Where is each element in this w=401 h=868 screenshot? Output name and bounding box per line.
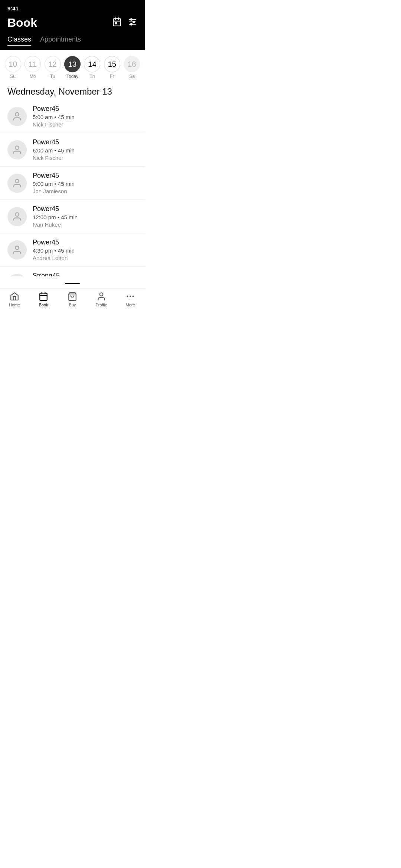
class-name: Power45 <box>33 205 78 213</box>
cal-day-11[interactable]: 11Mo <box>23 56 42 79</box>
nav-profile-label: Profile <box>95 303 107 307</box>
buy-icon <box>68 292 77 301</box>
date-heading: Wednesday, November 13 <box>0 82 145 100</box>
class-name: Power45 <box>33 239 75 246</box>
status-bar: 9:41 <box>0 0 145 13</box>
cal-day-14[interactable]: 14Th <box>83 56 101 79</box>
class-instructor: Nick Fischer <box>33 155 75 161</box>
calendar-strip: 10Su11Mo12Tu13Today14Th15Fr16Sa <box>0 50 145 82</box>
status-time: 9:41 <box>7 5 19 11</box>
header: Book <box>0 13 145 36</box>
cal-day-label: Mo <box>30 74 36 79</box>
svg-point-9 <box>133 21 134 22</box>
class-time: 9:00 am • 45 min <box>33 181 75 187</box>
svg-point-12 <box>15 146 19 149</box>
filter-icon[interactable] <box>128 17 137 29</box>
class-instructor: Ivan Hukee <box>33 221 78 228</box>
class-info: Power454:30 pm • 45 minAndrea Lotton <box>33 239 75 261</box>
cal-day-16[interactable]: 16Sa <box>123 56 141 79</box>
nav-home-label: Home <box>9 303 20 307</box>
svg-point-25 <box>130 296 131 297</box>
cal-day-number: 14 <box>84 56 100 72</box>
svg-point-8 <box>131 19 132 20</box>
class-info: Power459:00 am • 45 minJon Jamieson <box>33 172 75 194</box>
class-name: Power45 <box>33 138 75 146</box>
header-icons <box>112 17 137 29</box>
cal-day-label: Sa <box>129 74 135 79</box>
class-list-item[interactable]: Power4512:00 pm • 45 minIvan Hukee <box>0 200 145 233</box>
cal-day-label: Today <box>66 74 78 79</box>
class-info: Power456:00 am • 45 minNick Fischer <box>33 138 75 161</box>
class-list-item[interactable]: Power456:00 am • 45 minNick Fischer <box>0 133 145 167</box>
nav-home[interactable]: Home <box>0 292 29 307</box>
cal-day-number: 16 <box>124 56 140 72</box>
active-tab-indicator <box>65 283 80 284</box>
class-time: 12:00 pm • 45 min <box>33 214 78 220</box>
cal-day-label: Fr <box>110 74 114 79</box>
class-instructor: Jon Jamieson <box>33 188 75 194</box>
class-time: 6:00 am • 45 min <box>33 147 75 154</box>
instructor-avatar <box>7 240 27 260</box>
svg-point-26 <box>132 296 134 297</box>
cal-day-13[interactable]: 13Today <box>63 56 81 79</box>
nav-buy[interactable]: Buy <box>58 292 87 307</box>
more-icon <box>125 292 135 301</box>
svg-point-10 <box>131 23 132 25</box>
svg-point-11 <box>15 112 19 116</box>
svg-point-15 <box>15 246 19 249</box>
class-name: Power45 <box>33 172 75 180</box>
tab-appointments[interactable]: Appointments <box>40 36 81 46</box>
home-icon <box>10 292 19 301</box>
profile-icon <box>97 292 106 301</box>
svg-rect-4 <box>115 23 117 24</box>
class-list-item[interactable]: Power459:00 am • 45 minJon Jamieson <box>0 167 145 200</box>
cal-day-12[interactable]: 12Tu <box>43 56 62 79</box>
class-time: 5:00 am • 45 min <box>33 114 75 120</box>
cal-day-label: Tu <box>50 74 55 79</box>
tab-classes[interactable]: Classes <box>7 36 31 46</box>
nav-book-label: Book <box>39 303 48 307</box>
tab-navigation: Classes Appointments <box>0 36 145 50</box>
instructor-avatar <box>7 174 27 193</box>
calendar-icon[interactable] <box>112 17 122 29</box>
svg-rect-18 <box>40 293 47 300</box>
instructor-avatar <box>7 274 27 277</box>
svg-point-24 <box>127 296 128 297</box>
class-info: Strong455:00 am • 45 minAmanda Hopper <box>33 272 75 276</box>
nav-book[interactable]: Book <box>29 292 58 307</box>
class-time: 4:30 pm • 45 min <box>33 247 75 254</box>
nav-profile[interactable]: Profile <box>87 292 116 307</box>
cal-day-10[interactable]: 10Su <box>4 56 22 79</box>
svg-point-14 <box>15 213 19 216</box>
cal-day-label: Su <box>10 74 16 79</box>
nav-buy-label: Buy <box>69 303 76 307</box>
class-instructor: Nick Fischer <box>33 121 75 128</box>
cal-day-number: 15 <box>104 56 120 72</box>
cal-day-number: 13 <box>64 56 81 72</box>
cal-day-number: 11 <box>25 56 41 72</box>
cal-day-number: 12 <box>45 56 61 72</box>
nav-more[interactable]: More <box>116 292 145 307</box>
svg-point-23 <box>100 293 103 296</box>
class-list: Power455:00 am • 45 minNick FischerPower… <box>0 100 145 276</box>
class-name: Strong45 <box>33 272 75 276</box>
class-info: Power455:00 am • 45 minNick Fischer <box>33 105 75 128</box>
cal-day-15[interactable]: 15Fr <box>103 56 121 79</box>
class-list-item[interactable]: Power455:00 am • 45 minNick Fischer <box>0 100 145 133</box>
svg-rect-0 <box>113 19 121 26</box>
cal-day-number: 10 <box>5 56 21 72</box>
book-icon <box>39 292 48 301</box>
instructor-avatar <box>7 207 27 226</box>
nav-more-label: More <box>125 303 135 307</box>
class-instructor: Andrea Lotton <box>33 255 75 261</box>
class-name: Power45 <box>33 105 75 113</box>
svg-point-13 <box>15 179 19 183</box>
bottom-nav: Home Book Buy Profile Mo <box>0 288 145 313</box>
instructor-avatar <box>7 140 27 160</box>
instructor-avatar <box>7 107 27 126</box>
cal-day-label: Th <box>89 74 95 79</box>
header-title: Book <box>7 16 37 30</box>
class-list-item[interactable]: Strong455:00 am • 45 minAmanda Hopper <box>0 267 145 276</box>
class-list-item[interactable]: Power454:30 pm • 45 minAndrea Lotton <box>0 233 145 267</box>
class-info: Power4512:00 pm • 45 minIvan Hukee <box>33 205 78 228</box>
